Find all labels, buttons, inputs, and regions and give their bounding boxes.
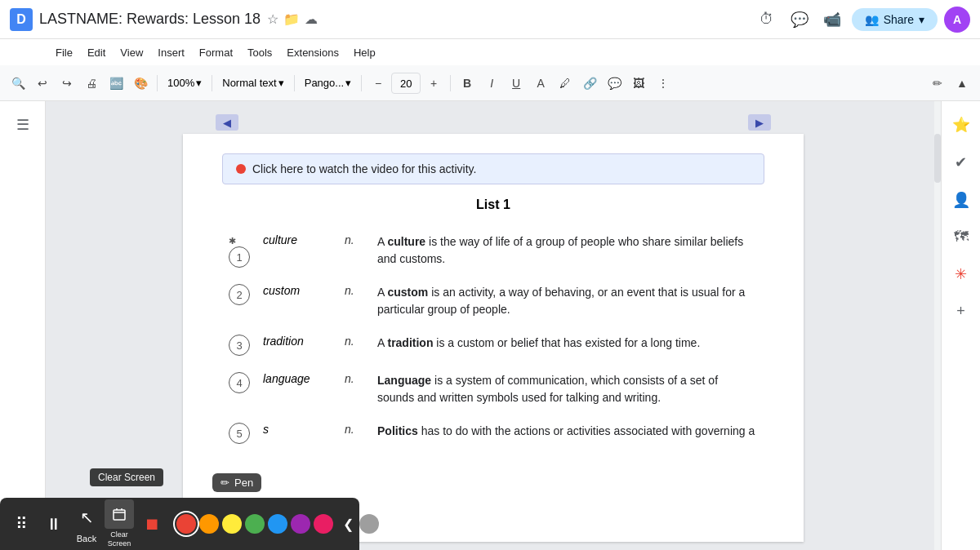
- top-right-icons: ⏱ 💬 📹 👥 Share ▾ A: [754, 7, 970, 33]
- num-circle: 5: [229, 423, 250, 444]
- zoom-dropdown-icon: ▾: [196, 77, 202, 89]
- pen-label: ✏ Pen: [212, 473, 261, 492]
- more-btn[interactable]: ⋮: [652, 71, 675, 95]
- color-purple[interactable]: [291, 514, 310, 534]
- outline-icon[interactable]: ☰: [11, 111, 34, 139]
- print-btn[interactable]: 🖨: [80, 71, 103, 95]
- star-icon[interactable]: ☆: [267, 11, 278, 27]
- pause-group: ⏸: [39, 509, 69, 539]
- scrollbar-thumb[interactable]: [934, 134, 941, 183]
- word-cell: custom: [256, 276, 338, 326]
- menu-bar: File Edit View Insert Format Tools Exten…: [0, 39, 980, 65]
- cloud-icon[interactable]: ☁: [305, 11, 318, 27]
- style-dropdown-icon: ▾: [278, 77, 284, 89]
- toolbar: 🔍 ↩ ↪ 🖨 🔤 🎨 100% ▾ Normal text ▾ Pango..…: [0, 65, 980, 101]
- main-content: ☰ ◀ ▶ Click here to watch the video for …: [0, 101, 980, 550]
- nav-left[interactable]: ◀: [216, 114, 238, 131]
- color-orange[interactable]: [199, 514, 219, 534]
- doc-page: Click here to watch the video for this a…: [183, 134, 804, 542]
- menu-edit[interactable]: Edit: [81, 43, 112, 62]
- clear-screen-label: ClearScreen: [108, 530, 131, 548]
- font-select[interactable]: Pango... ▾: [300, 71, 356, 95]
- contacts-icon[interactable]: 👤: [947, 186, 975, 214]
- pause-btn[interactable]: ⏸: [39, 509, 69, 539]
- share-button[interactable]: 👥 Share ▾: [852, 8, 938, 31]
- folder-icon[interactable]: 📁: [283, 11, 300, 27]
- red-dot-icon: [236, 164, 246, 174]
- text-color-btn[interactable]: A: [529, 71, 552, 95]
- edit-btn[interactable]: ✏: [926, 71, 949, 95]
- clear-screen-btn[interactable]: [105, 499, 134, 529]
- text-style-select[interactable]: Normal text ▾: [217, 71, 288, 95]
- explore-icon[interactable]: ⭐: [947, 111, 975, 139]
- left-panel: ☰: [0, 101, 46, 550]
- menu-tools[interactable]: Tools: [241, 43, 278, 62]
- video-banner[interactable]: Click here to watch the video for this a…: [222, 153, 764, 184]
- pos-cell: n.: [338, 276, 371, 326]
- record-stop-btn[interactable]: ⏹: [137, 509, 167, 539]
- bold-btn[interactable]: B: [456, 71, 479, 95]
- asterisk-icon[interactable]: ✳: [950, 260, 972, 288]
- top-bar: D LASTNAME: Rewards: Lesson 18 ☆ 📁 ☁ ⏱ 💬…: [0, 0, 980, 39]
- video-banner-text: Click here to watch the video for this a…: [252, 162, 476, 175]
- row-num: 3: [222, 326, 256, 364]
- redo-btn[interactable]: ↪: [56, 71, 78, 95]
- nav-right[interactable]: ▶: [748, 114, 771, 131]
- font-size-control: − 20 +: [367, 71, 445, 95]
- color-green[interactable]: [245, 514, 265, 534]
- font-size-increase[interactable]: +: [422, 71, 445, 95]
- color-blue[interactable]: [268, 514, 287, 534]
- divider-5: [450, 75, 451, 91]
- spellcheck-btn[interactable]: 🔤: [105, 71, 127, 95]
- expand-btn[interactable]: ❮: [336, 504, 359, 543]
- history-icon[interactable]: ⏱: [754, 7, 780, 33]
- collapse-btn[interactable]: ▲: [951, 71, 973, 95]
- comment-btn[interactable]: 💬: [603, 71, 626, 95]
- word-cell: tradition: [256, 326, 338, 364]
- color-pink[interactable]: [314, 514, 333, 534]
- menu-format[interactable]: Format: [193, 43, 239, 62]
- divider-4: [361, 75, 362, 91]
- highlight-btn[interactable]: 🖊: [554, 71, 577, 95]
- undo-btn[interactable]: ↩: [31, 71, 54, 95]
- chat-icon[interactable]: 💬: [786, 7, 813, 33]
- word-cell: s: [256, 415, 338, 452]
- maps-icon[interactable]: 🗺: [949, 224, 973, 251]
- color-gray[interactable]: [359, 514, 379, 534]
- divider-2: [212, 75, 212, 91]
- camera-icon[interactable]: 📹: [819, 7, 845, 33]
- back-group: ↖ Back: [72, 503, 101, 544]
- plus-icon[interactable]: +: [951, 298, 970, 325]
- zoom-select[interactable]: 100% ▾: [163, 71, 207, 95]
- doc-area: ◀ ▶ Click here to watch the video for th…: [46, 101, 941, 550]
- menu-extensions[interactable]: Extensions: [280, 43, 345, 62]
- font-size-value[interactable]: 20: [391, 73, 421, 94]
- menu-help[interactable]: Help: [347, 43, 382, 62]
- color-yellow[interactable]: [222, 514, 242, 534]
- color-red[interactable]: [176, 514, 196, 534]
- image-btn[interactable]: 🖼: [627, 71, 650, 95]
- italic-btn[interactable]: I: [480, 71, 503, 95]
- font-size-decrease[interactable]: −: [367, 71, 390, 95]
- underline-btn[interactable]: U: [505, 71, 528, 95]
- title-icons: ☆ 📁 ☁: [267, 11, 318, 27]
- avatar[interactable]: A: [944, 7, 970, 33]
- pos-cell: n.: [338, 364, 371, 415]
- menu-file[interactable]: File: [49, 43, 79, 62]
- annotation-toolbar: ✏ Pen Clear Screen ⠿ ⏸ ↖ Back: [0, 498, 359, 550]
- search-btn[interactable]: 🔍: [7, 71, 29, 95]
- clear-screen-tooltip: Clear Screen: [90, 468, 163, 486]
- menu-view[interactable]: View: [114, 43, 149, 62]
- def-cell: A custom is an activity, a way of behavi…: [371, 276, 764, 326]
- num-circle: 2: [229, 284, 250, 305]
- paint-format-btn[interactable]: 🎨: [129, 71, 152, 95]
- back-btn[interactable]: ↖: [72, 503, 101, 532]
- menu-insert[interactable]: Insert: [151, 43, 191, 62]
- back-label: Back: [77, 534, 96, 544]
- tasks-icon[interactable]: ✔: [950, 149, 972, 176]
- link-btn[interactable]: 🔗: [578, 71, 601, 95]
- drag-handle-btn[interactable]: ⠿: [7, 509, 36, 539]
- num-circle: 1: [229, 246, 250, 268]
- scrollbar-track: [934, 101, 941, 550]
- num-circle: 4: [229, 372, 250, 393]
